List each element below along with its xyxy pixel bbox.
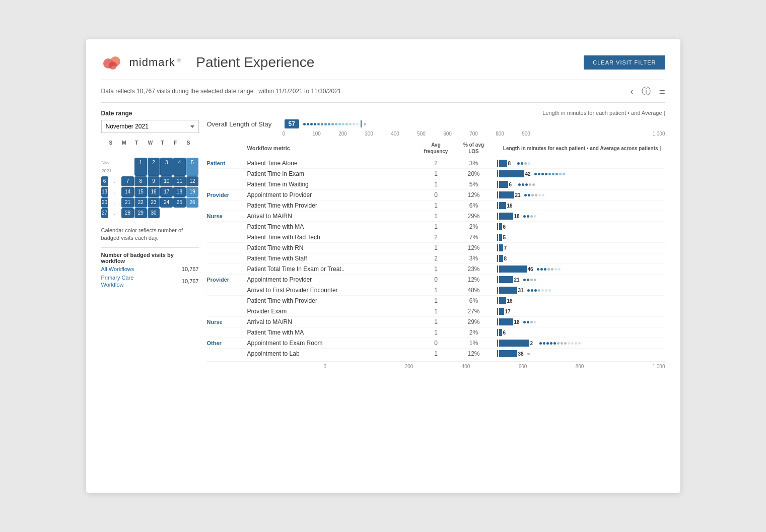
cal-day-25[interactable]: 25 [173, 197, 186, 208]
cal-day-21[interactable]: 21 [121, 197, 134, 208]
cal-header-w: W [148, 138, 160, 148]
row-freq: 1 [419, 223, 454, 230]
cal-day-3[interactable]: 3 [160, 158, 173, 176]
cal-day-2[interactable]: 2 [148, 158, 160, 176]
cal-day-11[interactable]: 11 [173, 176, 186, 186]
cal-day-4[interactable]: 4 [173, 158, 186, 176]
row-dots [527, 353, 530, 355]
row-dot [551, 268, 553, 271]
los-dot [310, 123, 313, 125]
cal-week-label-3: . [109, 187, 121, 197]
cal-day [109, 158, 121, 176]
cal-day-17[interactable]: 17 [160, 187, 173, 197]
cal-day-7[interactable]: 7 [121, 176, 134, 186]
row-bar-group: 2 [497, 340, 536, 347]
settings-icon[interactable]: ≡̲ [659, 87, 665, 96]
bar-fill [499, 181, 508, 188]
workflow-count-primary: 10,767 [182, 278, 199, 284]
row-dot [534, 215, 536, 218]
scale-700: 700 [461, 131, 487, 137]
table-row: Arrival to First Provider Encounter 1 48… [207, 285, 665, 296]
cal-day-23[interactable]: 23 [148, 197, 160, 208]
cal-day-12[interactable]: 12 [186, 176, 199, 186]
workflow-link-all[interactable]: All Workflows [101, 266, 134, 272]
cal-day-8[interactable]: 8 [134, 176, 147, 186]
cal-day-22[interactable]: 22 [134, 197, 147, 208]
cal-day-6[interactable]: 6 [101, 176, 108, 186]
bar-fill [499, 329, 502, 336]
cal-day-18[interactable]: 18 [173, 187, 186, 197]
cal-day-10[interactable]: 10 [160, 176, 173, 186]
table-row: Patient Patient Time Alone 2 3% 8 [207, 158, 665, 169]
row-dots [523, 321, 536, 323]
cal-day-30[interactable]: 30 [148, 208, 160, 218]
row-freq: 1 [419, 297, 454, 304]
row-metric: Patient Time with Provider [247, 297, 419, 304]
cal-day-26[interactable]: 26 [186, 197, 199, 208]
row-dots [518, 183, 535, 186]
bar-value: 21 [515, 192, 521, 198]
back-icon[interactable]: ‹ [631, 86, 634, 97]
row-dots [539, 342, 581, 345]
row-pct: 7% [454, 234, 494, 241]
row-dot [534, 173, 537, 175]
cal-day-29[interactable]: 29 [134, 208, 147, 218]
cal-day-empty1 [160, 208, 173, 218]
row-metric: Appointment to Lab [247, 350, 419, 357]
row-dots [534, 173, 565, 175]
bar-fill [499, 276, 513, 283]
row-dot [538, 289, 540, 292]
row-dot [521, 162, 523, 165]
row-bar-group: 6 [497, 329, 509, 336]
los-dot [349, 123, 352, 125]
row-dot [571, 342, 574, 345]
row-category: Nurse [207, 319, 247, 325]
row-dot [541, 289, 544, 292]
table-row: Nurse Arrival to MA/RN 1 29% 18 [207, 317, 665, 327]
row-chart: 16 [494, 202, 665, 209]
row-dot [550, 342, 552, 345]
row-dots [523, 215, 536, 218]
bar-fill [499, 350, 517, 357]
row-pct: 29% [454, 318, 494, 325]
date-range-select[interactable]: November 2021 [101, 120, 199, 133]
bar-value: 17 [505, 309, 511, 314]
row-dot [531, 289, 533, 292]
table-header: Workflow metric Avg frequency % of avg L… [207, 140, 665, 157]
cal-day-28[interactable]: 28 [121, 208, 134, 218]
cal-day-20[interactable]: 20 [101, 197, 108, 208]
cal-day-13[interactable]: 13 [101, 187, 108, 197]
cal-day-15[interactable]: 15 [134, 187, 147, 197]
row-dot [539, 342, 542, 345]
cal-day-5[interactable]: 5 [186, 158, 199, 176]
table-row: Patient Time with MA 1 2% 6 [207, 222, 665, 232]
cal-day-19[interactable]: 19 [186, 187, 199, 197]
cal-day-14[interactable]: 14 [121, 187, 134, 197]
row-dot [544, 268, 546, 271]
row-metric: Patient Time with Staff [247, 255, 419, 262]
row-dot [541, 173, 544, 175]
los-dot [335, 123, 337, 125]
bar-value: 46 [528, 267, 534, 272]
clear-filter-button[interactable]: CLEAR VISIT FILTER [584, 55, 665, 70]
cal-day-9[interactable]: 9 [148, 176, 160, 186]
cal-day-16[interactable]: 16 [148, 187, 160, 197]
cal-day-1[interactable]: 1 [134, 158, 147, 176]
scale-400: 400 [382, 131, 408, 137]
row-bar-group: 8 [497, 160, 514, 167]
cal-day-empty4 [101, 219, 108, 221]
row-dot [564, 342, 567, 345]
row-freq: 1 [419, 181, 454, 188]
bar-marker [497, 223, 498, 230]
bar-marker [497, 350, 498, 357]
bar-marker [497, 297, 498, 304]
cal-header-s1: S [109, 138, 121, 148]
cal-day-27[interactable]: 27 [101, 208, 108, 218]
row-dot [524, 162, 527, 165]
overall-los-dots [303, 120, 366, 127]
cal-day-24[interactable]: 24 [160, 197, 173, 208]
row-pct: 6% [454, 297, 494, 304]
info-icon[interactable]: ⓘ [642, 85, 651, 97]
workflow-link-primary[interactable]: Primary CareWorkflow [101, 274, 134, 289]
date-range-label: Date range [101, 110, 199, 117]
